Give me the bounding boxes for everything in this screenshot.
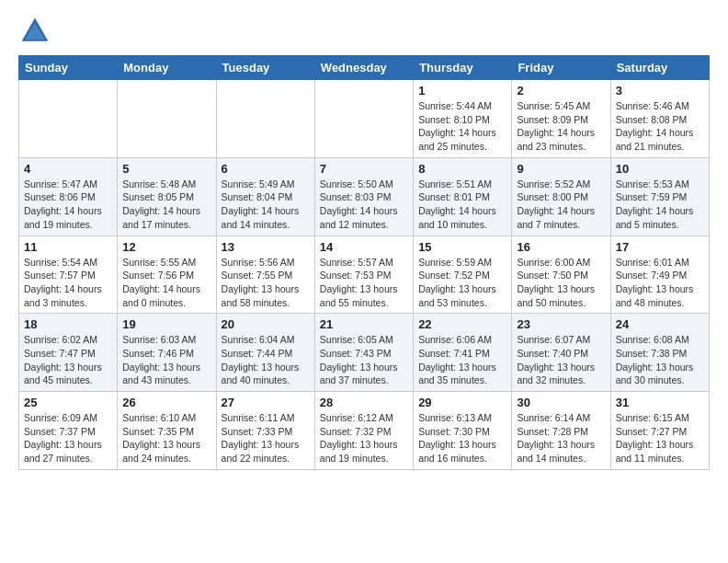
calendar-day-cell: 29Sunrise: 6:13 AM Sunset: 7:30 PM Dayli… (414, 392, 512, 470)
calendar-day-cell: 17Sunrise: 6:01 AM Sunset: 7:49 PM Dayli… (610, 236, 709, 314)
calendar-day-cell: 19Sunrise: 6:03 AM Sunset: 7:46 PM Dayli… (118, 314, 216, 392)
day-info: Sunrise: 6:03 AM Sunset: 7:46 PM Dayligh… (122, 333, 210, 387)
day-info: Sunrise: 5:49 AM Sunset: 8:04 PM Dayligh… (222, 178, 310, 232)
weekday-header: Thursday (414, 56, 512, 80)
day-number: 26 (122, 396, 210, 409)
calendar-day-cell: 13Sunrise: 5:56 AM Sunset: 7:55 PM Dayli… (216, 236, 314, 314)
day-info: Sunrise: 5:52 AM Sunset: 8:00 PM Dayligh… (517, 178, 605, 232)
day-number: 14 (320, 240, 408, 254)
calendar-day-cell: 18Sunrise: 6:02 AM Sunset: 7:47 PM Dayli… (19, 314, 118, 392)
calendar-day-cell: 20Sunrise: 6:04 AM Sunset: 7:44 PM Dayli… (216, 314, 314, 392)
day-number: 16 (517, 240, 605, 254)
day-number: 9 (517, 162, 605, 176)
day-info: Sunrise: 5:56 AM Sunset: 7:55 PM Dayligh… (222, 256, 310, 310)
day-info: Sunrise: 5:48 AM Sunset: 8:05 PM Dayligh… (122, 178, 210, 232)
day-number: 15 (418, 240, 506, 254)
day-info: Sunrise: 6:14 AM Sunset: 7:28 PM Dayligh… (517, 411, 605, 465)
day-info: Sunrise: 6:01 AM Sunset: 7:49 PM Dayligh… (616, 256, 704, 310)
calendar-day-cell (19, 80, 118, 158)
day-info: Sunrise: 6:09 AM Sunset: 7:37 PM Dayligh… (24, 411, 112, 465)
weekday-header: Monday (118, 56, 216, 80)
calendar-day-cell (314, 80, 413, 158)
calendar-day-cell: 16Sunrise: 6:00 AM Sunset: 7:50 PM Dayli… (512, 236, 610, 314)
calendar-day-cell: 25Sunrise: 6:09 AM Sunset: 7:37 PM Dayli… (19, 392, 118, 470)
calendar-day-cell: 30Sunrise: 6:14 AM Sunset: 7:28 PM Dayli… (512, 392, 610, 470)
day-number: 20 (222, 317, 310, 331)
calendar-day-cell: 3Sunrise: 5:46 AM Sunset: 8:08 PM Daylig… (610, 80, 709, 158)
calendar-header-row: SundayMondayTuesdayWednesdayThursdayFrid… (19, 56, 710, 80)
calendar-day-cell: 15Sunrise: 5:59 AM Sunset: 7:52 PM Dayli… (414, 236, 512, 314)
calendar-week-row: 1Sunrise: 5:44 AM Sunset: 8:10 PM Daylig… (19, 80, 710, 158)
day-number: 12 (122, 240, 210, 254)
day-info: Sunrise: 6:11 AM Sunset: 7:33 PM Dayligh… (222, 411, 310, 465)
day-number: 1 (418, 84, 506, 98)
day-info: Sunrise: 5:51 AM Sunset: 8:01 PM Dayligh… (418, 178, 506, 232)
day-info: Sunrise: 6:00 AM Sunset: 7:50 PM Dayligh… (517, 256, 605, 310)
day-info: Sunrise: 5:44 AM Sunset: 8:10 PM Dayligh… (418, 99, 506, 154)
day-number: 30 (517, 396, 605, 409)
day-number: 11 (24, 240, 112, 254)
calendar-day-cell (118, 80, 216, 158)
calendar-day-cell: 12Sunrise: 5:55 AM Sunset: 7:56 PM Dayli… (118, 236, 216, 314)
weekday-header: Friday (512, 56, 610, 80)
day-info: Sunrise: 6:15 AM Sunset: 7:27 PM Dayligh… (616, 411, 704, 465)
day-number: 8 (418, 162, 506, 176)
calendar-day-cell: 2Sunrise: 5:45 AM Sunset: 8:09 PM Daylig… (512, 80, 610, 158)
day-number: 31 (616, 396, 704, 409)
calendar-day-cell: 10Sunrise: 5:53 AM Sunset: 7:59 PM Dayli… (610, 157, 709, 236)
day-info: Sunrise: 5:53 AM Sunset: 7:59 PM Dayligh… (616, 178, 704, 232)
weekday-header: Tuesday (216, 56, 314, 80)
calendar-day-cell: 8Sunrise: 5:51 AM Sunset: 8:01 PM Daylig… (414, 157, 512, 236)
day-info: Sunrise: 6:02 AM Sunset: 7:47 PM Dayligh… (24, 333, 112, 387)
day-number: 24 (616, 317, 704, 331)
day-info: Sunrise: 6:05 AM Sunset: 7:43 PM Dayligh… (320, 333, 408, 387)
weekday-header: Wednesday (314, 56, 413, 80)
day-number: 10 (616, 162, 704, 176)
calendar-table: SundayMondayTuesdayWednesdayThursdayFrid… (18, 55, 710, 470)
day-info: Sunrise: 5:46 AM Sunset: 8:08 PM Dayligh… (616, 99, 704, 154)
day-number: 29 (418, 396, 506, 409)
calendar-day-cell: 6Sunrise: 5:49 AM Sunset: 8:04 PM Daylig… (216, 157, 314, 236)
day-number: 22 (418, 317, 506, 331)
page-container: SundayMondayTuesdayWednesdayThursdayFrid… (0, 0, 728, 481)
day-info: Sunrise: 6:13 AM Sunset: 7:30 PM Dayligh… (418, 411, 506, 465)
calendar-week-row: 4Sunrise: 5:47 AM Sunset: 8:06 PM Daylig… (19, 157, 710, 236)
weekday-header: Saturday (610, 56, 709, 80)
day-number: 18 (24, 317, 112, 331)
calendar-day-cell: 22Sunrise: 6:06 AM Sunset: 7:41 PM Dayli… (414, 314, 512, 392)
day-number: 21 (320, 317, 408, 331)
weekday-header: Sunday (19, 56, 118, 80)
day-info: Sunrise: 6:08 AM Sunset: 7:38 PM Dayligh… (616, 333, 704, 387)
calendar-day-cell: 27Sunrise: 6:11 AM Sunset: 7:33 PM Dayli… (216, 392, 314, 470)
day-info: Sunrise: 6:12 AM Sunset: 7:32 PM Dayligh… (320, 411, 408, 465)
calendar-day-cell: 26Sunrise: 6:10 AM Sunset: 7:35 PM Dayli… (118, 392, 216, 470)
page-header (18, 15, 710, 48)
calendar-day-cell: 24Sunrise: 6:08 AM Sunset: 7:38 PM Dayli… (610, 314, 709, 392)
calendar-week-row: 25Sunrise: 6:09 AM Sunset: 7:37 PM Dayli… (19, 392, 710, 470)
day-number: 7 (320, 162, 408, 176)
day-number: 4 (24, 162, 112, 176)
calendar-day-cell: 1Sunrise: 5:44 AM Sunset: 8:10 PM Daylig… (414, 80, 512, 158)
day-number: 2 (517, 84, 605, 98)
day-info: Sunrise: 5:59 AM Sunset: 7:52 PM Dayligh… (418, 256, 506, 310)
logo (18, 15, 57, 48)
day-number: 3 (616, 84, 704, 98)
calendar-day-cell: 31Sunrise: 6:15 AM Sunset: 7:27 PM Dayli… (610, 392, 709, 470)
calendar-day-cell: 7Sunrise: 5:50 AM Sunset: 8:03 PM Daylig… (314, 157, 413, 236)
day-info: Sunrise: 5:50 AM Sunset: 8:03 PM Dayligh… (320, 178, 408, 232)
day-info: Sunrise: 5:54 AM Sunset: 7:57 PM Dayligh… (24, 256, 112, 310)
day-info: Sunrise: 5:57 AM Sunset: 7:53 PM Dayligh… (320, 256, 408, 310)
calendar-day-cell (216, 80, 314, 158)
calendar-day-cell: 21Sunrise: 6:05 AM Sunset: 7:43 PM Dayli… (314, 314, 413, 392)
day-number: 6 (222, 162, 310, 176)
calendar-day-cell: 23Sunrise: 6:07 AM Sunset: 7:40 PM Dayli… (512, 314, 610, 392)
calendar-day-cell: 4Sunrise: 5:47 AM Sunset: 8:06 PM Daylig… (19, 157, 118, 236)
logo-icon (18, 15, 51, 48)
calendar-day-cell: 11Sunrise: 5:54 AM Sunset: 7:57 PM Dayli… (19, 236, 118, 314)
day-info: Sunrise: 5:55 AM Sunset: 7:56 PM Dayligh… (122, 256, 210, 310)
day-info: Sunrise: 6:07 AM Sunset: 7:40 PM Dayligh… (517, 333, 605, 387)
calendar-day-cell: 28Sunrise: 6:12 AM Sunset: 7:32 PM Dayli… (314, 392, 413, 470)
day-info: Sunrise: 6:04 AM Sunset: 7:44 PM Dayligh… (222, 333, 310, 387)
day-info: Sunrise: 5:47 AM Sunset: 8:06 PM Dayligh… (24, 178, 112, 232)
day-number: 27 (222, 396, 310, 409)
